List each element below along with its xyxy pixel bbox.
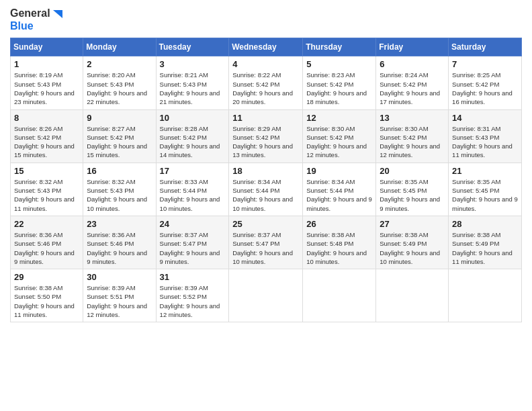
day-number: 8 [14,113,79,123]
day-number: 30 [87,272,152,282]
col-saturday: Saturday [449,38,522,56]
day-number: 12 [306,113,372,123]
calendar-week-5: 29 Sunrise: 8:38 AM Sunset: 5:50 PM Dayl… [11,269,522,322]
day-detail: Sunrise: 8:34 AM Sunset: 5:44 PM Dayligh… [232,177,299,213]
logo: General Blue [10,7,62,32]
day-detail: Sunrise: 8:37 AM Sunset: 5:47 PM Dayligh… [160,230,226,266]
calendar-cell [229,269,303,322]
calendar-cell: 12 Sunrise: 8:30 AM Sunset: 5:42 PM Dayl… [303,109,376,163]
day-number: 9 [87,113,152,123]
col-thursday: Thursday [303,38,376,56]
calendar-cell: 9 Sunrise: 8:27 AM Sunset: 5:42 PM Dayli… [83,109,156,163]
calendar-cell: 10 Sunrise: 8:28 AM Sunset: 5:42 PM Dayl… [156,109,229,163]
calendar-cell: 3 Sunrise: 8:21 AM Sunset: 5:43 PM Dayli… [156,56,229,109]
day-detail: Sunrise: 8:36 AM Sunset: 5:46 PM Dayligh… [87,230,152,266]
day-detail: Sunrise: 8:32 AM Sunset: 5:43 PM Dayligh… [87,177,152,213]
day-detail: Sunrise: 8:29 AM Sunset: 5:42 PM Dayligh… [232,124,299,160]
col-friday: Friday [376,38,449,56]
calendar-cell: 20 Sunrise: 8:35 AM Sunset: 5:45 PM Dayl… [376,163,449,216]
day-detail: Sunrise: 8:34 AM Sunset: 5:44 PM Dayligh… [306,177,372,213]
calendar-cell: 15 Sunrise: 8:32 AM Sunset: 5:43 PM Dayl… [11,163,83,216]
day-detail: Sunrise: 8:25 AM Sunset: 5:42 PM Dayligh… [452,71,518,106]
calendar-week-4: 22 Sunrise: 8:36 AM Sunset: 5:46 PM Dayl… [11,216,522,269]
calendar-cell: 31 Sunrise: 8:39 AM Sunset: 5:52 PM Dayl… [156,269,229,322]
page: General Blue Sunday Monday Tuesday Wedne… [0,0,532,411]
day-detail: Sunrise: 8:38 AM Sunset: 5:49 PM Dayligh… [452,230,518,266]
day-number: 28 [452,219,518,229]
day-detail: Sunrise: 8:30 AM Sunset: 5:42 PM Dayligh… [306,124,372,160]
day-number: 23 [87,219,152,229]
calendar-cell: 23 Sunrise: 8:36 AM Sunset: 5:46 PM Dayl… [83,216,156,269]
calendar-cell: 6 Sunrise: 8:24 AM Sunset: 5:42 PM Dayli… [376,56,449,109]
calendar-cell: 8 Sunrise: 8:26 AM Sunset: 5:42 PM Dayli… [11,109,83,163]
calendar-cell: 5 Sunrise: 8:23 AM Sunset: 5:42 PM Dayli… [303,56,376,109]
calendar-cell: 2 Sunrise: 8:20 AM Sunset: 5:43 PM Dayli… [83,56,156,109]
day-detail: Sunrise: 8:38 AM Sunset: 5:49 PM Dayligh… [380,230,445,266]
calendar-week-3: 15 Sunrise: 8:32 AM Sunset: 5:43 PM Dayl… [11,163,522,216]
day-number: 22 [14,219,79,229]
col-tuesday: Tuesday [156,38,229,56]
day-detail: Sunrise: 8:20 AM Sunset: 5:43 PM Dayligh… [87,71,152,106]
col-monday: Monday [83,38,156,56]
calendar-table: Sunday Monday Tuesday Wednesday Thursday… [10,38,522,322]
calendar-cell: 13 Sunrise: 8:30 AM Sunset: 5:42 PM Dayl… [376,109,449,163]
calendar-cell: 4 Sunrise: 8:22 AM Sunset: 5:42 PM Dayli… [229,56,303,109]
day-number: 20 [380,166,445,176]
day-detail: Sunrise: 8:36 AM Sunset: 5:46 PM Dayligh… [14,230,79,266]
day-detail: Sunrise: 8:19 AM Sunset: 5:43 PM Dayligh… [14,71,79,106]
calendar-cell [303,269,376,322]
day-detail: Sunrise: 8:27 AM Sunset: 5:42 PM Dayligh… [87,124,152,160]
day-number: 2 [87,59,152,69]
day-number: 19 [306,166,372,176]
day-number: 21 [452,166,518,176]
calendar-cell: 14 Sunrise: 8:31 AM Sunset: 5:43 PM Dayl… [449,109,522,163]
calendar-cell: 29 Sunrise: 8:38 AM Sunset: 5:50 PM Dayl… [11,269,83,322]
day-detail: Sunrise: 8:35 AM Sunset: 5:45 PM Dayligh… [380,177,445,213]
calendar-cell [376,269,449,322]
day-number: 27 [380,219,445,229]
calendar-cell: 11 Sunrise: 8:29 AM Sunset: 5:42 PM Dayl… [229,109,303,163]
calendar-cell: 25 Sunrise: 8:37 AM Sunset: 5:47 PM Dayl… [229,216,303,269]
day-detail: Sunrise: 8:33 AM Sunset: 5:44 PM Dayligh… [160,177,226,213]
col-wednesday: Wednesday [229,38,303,56]
calendar-cell: 19 Sunrise: 8:34 AM Sunset: 5:44 PM Dayl… [303,163,376,216]
calendar-cell: 28 Sunrise: 8:38 AM Sunset: 5:49 PM Dayl… [449,216,522,269]
day-number: 13 [380,113,445,123]
day-number: 16 [87,166,152,176]
calendar-cell: 17 Sunrise: 8:33 AM Sunset: 5:44 PM Dayl… [156,163,229,216]
day-number: 4 [232,59,299,69]
day-number: 25 [232,219,299,229]
day-number: 29 [14,272,79,282]
day-detail: Sunrise: 8:38 AM Sunset: 5:50 PM Dayligh… [14,283,79,319]
calendar-cell: 21 Sunrise: 8:35 AM Sunset: 5:45 PM Dayl… [449,163,522,216]
day-number: 1 [14,59,79,69]
day-number: 18 [232,166,299,176]
day-number: 14 [452,113,518,123]
calendar-week-2: 8 Sunrise: 8:26 AM Sunset: 5:42 PM Dayli… [11,109,522,163]
day-detail: Sunrise: 8:39 AM Sunset: 5:52 PM Dayligh… [160,283,226,319]
day-detail: Sunrise: 8:22 AM Sunset: 5:42 PM Dayligh… [232,71,299,106]
day-number: 11 [232,113,299,123]
day-detail: Sunrise: 8:38 AM Sunset: 5:48 PM Dayligh… [306,230,372,266]
day-number: 10 [160,113,226,123]
day-detail: Sunrise: 8:32 AM Sunset: 5:43 PM Dayligh… [14,177,79,213]
day-number: 6 [380,59,445,69]
calendar-cell: 18 Sunrise: 8:34 AM Sunset: 5:44 PM Dayl… [229,163,303,216]
day-detail: Sunrise: 8:37 AM Sunset: 5:47 PM Dayligh… [232,230,299,266]
day-detail: Sunrise: 8:24 AM Sunset: 5:42 PM Dayligh… [380,71,445,106]
day-number: 7 [452,59,518,69]
day-detail: Sunrise: 8:35 AM Sunset: 5:45 PM Dayligh… [452,177,518,213]
calendar-cell: 30 Sunrise: 8:39 AM Sunset: 5:51 PM Dayl… [83,269,156,322]
day-detail: Sunrise: 8:30 AM Sunset: 5:42 PM Dayligh… [380,124,445,160]
svg-marker-0 [53,10,62,18]
day-detail: Sunrise: 8:21 AM Sunset: 5:43 PM Dayligh… [160,71,226,106]
calendar-cell: 22 Sunrise: 8:36 AM Sunset: 5:46 PM Dayl… [11,216,83,269]
day-number: 31 [160,272,226,282]
day-detail: Sunrise: 8:23 AM Sunset: 5:42 PM Dayligh… [306,71,372,106]
col-sunday: Sunday [11,38,83,56]
day-number: 17 [160,166,226,176]
calendar-cell: 16 Sunrise: 8:32 AM Sunset: 5:43 PM Dayl… [83,163,156,216]
day-detail: Sunrise: 8:31 AM Sunset: 5:43 PM Dayligh… [452,124,518,160]
calendar-cell: 7 Sunrise: 8:25 AM Sunset: 5:42 PM Dayli… [449,56,522,109]
day-detail: Sunrise: 8:26 AM Sunset: 5:42 PM Dayligh… [14,124,79,160]
